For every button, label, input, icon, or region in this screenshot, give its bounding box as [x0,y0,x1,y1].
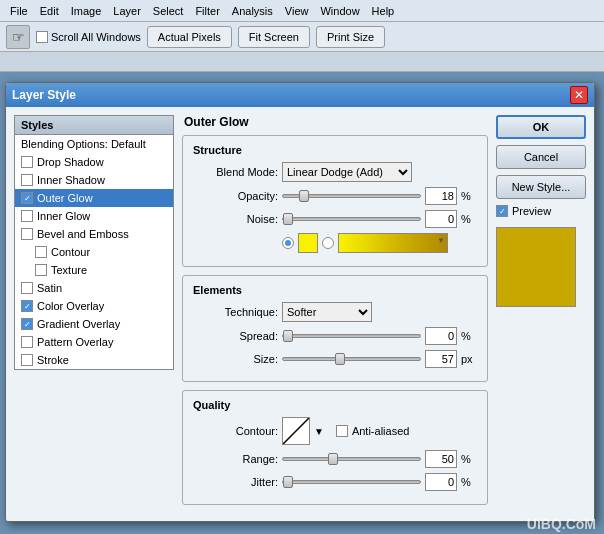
dialog-close-btn[interactable]: ✕ [570,86,588,104]
technique-select[interactable]: Softer Precise [282,302,372,322]
style-blending-options[interactable]: Blending Options: Default [15,135,173,153]
inner-shadow-checkbox[interactable] [21,174,33,186]
new-style-button[interactable]: New Style... [496,175,586,199]
spread-input[interactable] [425,327,457,345]
drop-shadow-checkbox[interactable] [21,156,33,168]
style-bevel-emboss[interactable]: Bevel and Emboss [15,225,173,243]
jitter-label: Jitter: [193,476,278,488]
style-drop-shadow[interactable]: Drop Shadow [15,153,173,171]
opacity-slider[interactable] [282,194,421,198]
color-overlay-label: Color Overlay [37,300,104,312]
noise-thumb[interactable] [283,213,293,225]
actual-pixels-btn[interactable]: Actual Pixels [147,26,232,48]
contour-checkbox[interactable] [35,246,47,258]
scroll-all-text: Scroll All Windows [51,31,141,43]
structure-section: Structure Blend Mode: Linear Dodge (Add)… [182,135,488,267]
size-label: Size: [193,353,278,365]
gradient-overlay-checkbox[interactable] [21,318,33,330]
print-size-btn[interactable]: Print Size [316,26,385,48]
jitter-slider[interactable] [282,480,421,484]
anti-aliased-checkbox[interactable] [336,425,348,437]
svg-line-0 [283,418,309,444]
gradient-swatch[interactable] [338,233,448,253]
layer-style-dialog: Layer Style ✕ Styles Blending Options: D… [5,82,595,522]
size-thumb[interactable] [335,353,345,365]
jitter-thumb[interactable] [283,476,293,488]
styles-panel: Styles Blending Options: Default Drop Sh… [14,115,174,513]
noise-slider[interactable] [282,217,421,221]
jitter-input[interactable] [425,473,457,491]
style-texture[interactable]: Texture [15,261,173,279]
opacity-row: Opacity: % [193,187,477,205]
hand-tool-icon[interactable]: ☞ [6,25,30,49]
cancel-button[interactable]: Cancel [496,145,586,169]
color-swatch[interactable] [298,233,318,253]
opacity-input[interactable] [425,187,457,205]
menu-image[interactable]: Image [65,3,108,19]
color-row [193,233,477,253]
size-slider[interactable] [282,357,421,361]
size-row: Size: px [193,350,477,368]
style-color-overlay[interactable]: Color Overlay [15,297,173,315]
blend-mode-select[interactable]: Linear Dodge (Add) [282,162,412,182]
menu-filter[interactable]: Filter [189,3,225,19]
satin-checkbox[interactable] [21,282,33,294]
fit-screen-btn[interactable]: Fit Screen [238,26,310,48]
bevel-emboss-checkbox[interactable] [21,228,33,240]
range-slider[interactable] [282,457,421,461]
inner-shadow-label: Inner Shadow [37,174,105,186]
spread-slider[interactable] [282,334,421,338]
spread-label: Spread: [193,330,278,342]
menu-view[interactable]: View [279,3,315,19]
style-stroke[interactable]: Stroke [15,351,173,369]
menu-window[interactable]: Window [314,3,365,19]
menu-analysis[interactable]: Analysis [226,3,279,19]
color-overlay-checkbox[interactable] [21,300,33,312]
range-thumb[interactable] [328,453,338,465]
quality-section: Quality Contour: ▼ Anti-aliased [182,390,488,505]
style-inner-shadow[interactable]: Inner Shadow [15,171,173,189]
size-input[interactable] [425,350,457,368]
style-contour[interactable]: Contour [15,243,173,261]
menu-select[interactable]: Select [147,3,190,19]
gradient-overlay-label: Gradient Overlay [37,318,120,330]
preview-checkbox[interactable] [496,205,508,217]
gradient-radio[interactable] [322,237,334,249]
inner-glow-checkbox[interactable] [21,210,33,222]
pattern-overlay-checkbox[interactable] [21,336,33,348]
style-gradient-overlay[interactable]: Gradient Overlay [15,315,173,333]
style-outer-glow[interactable]: Outer Glow [15,189,173,207]
outer-glow-checkbox[interactable] [21,192,33,204]
stroke-label: Stroke [37,354,69,366]
noise-input[interactable] [425,210,457,228]
range-unit: % [461,453,477,465]
contour-dropdown-arrow[interactable]: ▼ [314,426,324,437]
contour-row: Contour: ▼ Anti-aliased [193,417,477,445]
ok-button[interactable]: OK [496,115,586,139]
jitter-unit: % [461,476,477,488]
noise-unit: % [461,213,477,225]
menu-layer[interactable]: Layer [107,3,147,19]
menu-edit[interactable]: Edit [34,3,65,19]
dialog-title: Layer Style [12,88,76,102]
range-row: Range: % [193,450,477,468]
style-inner-glow[interactable]: Inner Glow [15,207,173,225]
blend-mode-label: Blend Mode: [193,166,278,178]
menu-help[interactable]: Help [366,3,401,19]
middle-panel: Outer Glow Structure Blend Mode: Linear … [182,115,488,513]
contour-preview[interactable] [282,417,310,445]
scroll-all-checkbox[interactable] [36,31,48,43]
texture-checkbox[interactable] [35,264,47,276]
range-input[interactable] [425,450,457,468]
style-pattern-overlay[interactable]: Pattern Overlay [15,333,173,351]
opacity-thumb[interactable] [299,190,309,202]
spread-row: Spread: % [193,327,477,345]
menu-file[interactable]: File [4,3,34,19]
technique-label: Technique: [193,306,278,318]
stroke-checkbox[interactable] [21,354,33,366]
style-satin[interactable]: Satin [15,279,173,297]
solid-color-radio[interactable] [282,237,294,249]
styles-header: Styles [14,115,174,135]
main-area: Layer Style ✕ Styles Blending Options: D… [0,72,604,534]
spread-thumb[interactable] [283,330,293,342]
